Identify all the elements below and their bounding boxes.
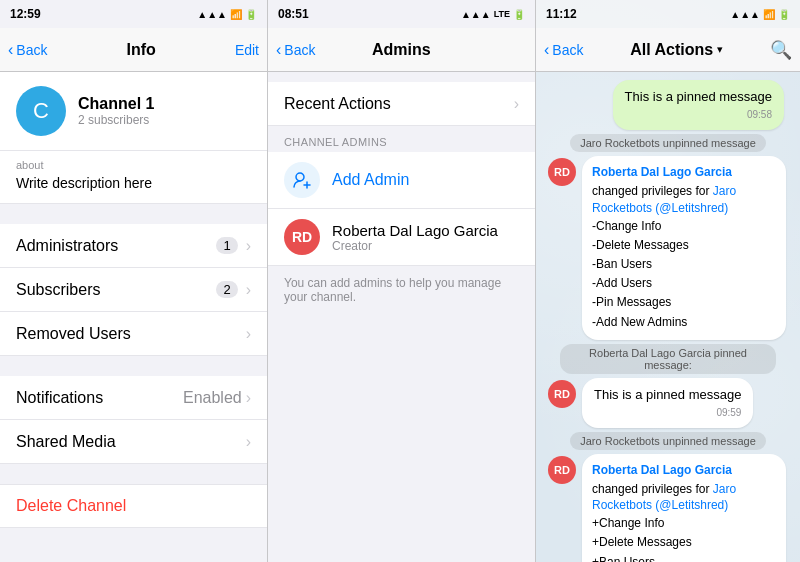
- administrators-value: 1 ›: [216, 237, 251, 255]
- back-button-1[interactable]: ‹ Back: [8, 41, 47, 59]
- action-bubble-2: Roberta Dal Lago Garcia changed privileg…: [582, 454, 786, 562]
- admin-avatar: RD: [284, 219, 320, 255]
- channel-avatar: C: [16, 86, 66, 136]
- shared-media-row[interactable]: Shared Media ›: [0, 420, 267, 464]
- shared-media-chevron: ›: [246, 433, 251, 451]
- recent-actions-row[interactable]: Recent Actions ›: [268, 82, 535, 126]
- lte-icon-2: LTE: [494, 9, 510, 19]
- nav-title-2: Admins: [372, 41, 431, 59]
- back-button-3[interactable]: ‹ Back: [544, 41, 583, 59]
- time-1: 12:59: [10, 7, 41, 21]
- battery-icon-3: 🔋: [778, 9, 790, 20]
- action-bubble-1: Roberta Dal Lago Garcia changed privileg…: [582, 156, 786, 340]
- status-bar-1: 12:59 ▲▲▲ 📶 🔋: [0, 0, 267, 28]
- panel-admins: 08:51 ▲▲▲ LTE 🔋 ‹ Back Admins Recent Act…: [268, 0, 536, 562]
- action-avatar-2: RD: [548, 456, 576, 484]
- action-sender-1: Roberta Dal Lago Garcia: [592, 164, 776, 181]
- action-msg-1: RD Roberta Dal Lago Garcia changed privi…: [548, 156, 788, 340]
- removed-users-label: Removed Users: [16, 325, 131, 343]
- delete-channel-label: Delete Channel: [16, 497, 126, 515]
- channel-header: C Channel 1 2 subscribers: [0, 72, 267, 151]
- shared-media-value: ›: [246, 433, 251, 451]
- about-description: Write description here: [0, 175, 267, 204]
- signal-icon-3: ▲▲▲: [730, 9, 760, 20]
- add-admin-label: Add Admin: [332, 171, 409, 189]
- dropdown-arrow: ▾: [717, 43, 723, 56]
- notifications-status: Enabled: [183, 389, 242, 407]
- pinned-text: This is a pinned message: [594, 387, 741, 402]
- subscribers-row[interactable]: Subscribers 2 ›: [0, 268, 267, 312]
- add-admin-row[interactable]: Add Admin: [268, 152, 535, 209]
- search-icon-3[interactable]: 🔍: [770, 39, 792, 61]
- notifications-label: Notifications: [16, 389, 103, 407]
- status-icons-2: ▲▲▲ LTE 🔋: [461, 9, 525, 20]
- notifications-value: Enabled ›: [183, 389, 251, 407]
- action-msg-2: RD Roberta Dal Lago Garcia changed privi…: [548, 454, 788, 562]
- admin-row[interactable]: RD Roberta Dal Lago Garcia Creator: [268, 209, 535, 266]
- back-label-2: Back: [284, 42, 315, 58]
- wifi-icon-3: 📶: [763, 9, 775, 20]
- divider-3: [0, 464, 267, 484]
- action-avatar-1: RD: [548, 158, 576, 186]
- svg-point-0: [296, 173, 304, 181]
- back-label-1: Back: [16, 42, 47, 58]
- msg-1-time: 09:58: [625, 108, 772, 122]
- action-text-1: changed privileges for Jaro Rocketbots (…: [592, 183, 776, 217]
- administrators-row[interactable]: Administrators 1 ›: [0, 224, 267, 268]
- recent-actions-chevron: ›: [514, 95, 519, 113]
- removed-users-row[interactable]: Removed Users ›: [0, 312, 267, 356]
- battery-icon-2: 🔋: [513, 9, 525, 20]
- help-text: You can add admins to help you manage yo…: [268, 266, 535, 314]
- nav-title-1: Info: [127, 41, 156, 59]
- pinned-notification: Roberta Dal Lago Garcia pinned message:: [560, 344, 776, 374]
- back-chevron-1: ‹: [8, 41, 13, 59]
- nav-bar-1: ‹ Back Info Edit: [0, 28, 267, 72]
- removed-users-value: ›: [246, 325, 251, 343]
- back-chevron-2: ‹: [276, 41, 281, 59]
- panel-all-actions: 11:12 ▲▲▲ 📶 🔋 ‹ Back All Actions ▾ 🔍 Thi…: [536, 0, 800, 562]
- time-3: 11:12: [546, 7, 577, 21]
- back-button-2[interactable]: ‹ Back: [276, 41, 315, 59]
- back-label-3: Back: [552, 42, 583, 58]
- subscribers-chevron: ›: [246, 281, 251, 299]
- channel-name: Channel 1: [78, 95, 154, 113]
- status-icons-3: ▲▲▲ 📶 🔋: [730, 9, 790, 20]
- pinned-bubble: This is a pinned message 09:59: [582, 378, 753, 428]
- nav-bar-3: ‹ Back All Actions ▾ 🔍: [536, 28, 800, 72]
- msg-1-text: This is a pinned message: [625, 89, 772, 104]
- nav-title-3: All Actions: [630, 41, 713, 59]
- nav-bar-2: ‹ Back Admins: [268, 28, 535, 72]
- signal-icon-1: ▲▲▲: [197, 9, 227, 20]
- action-sender-2: Roberta Dal Lago Garcia: [592, 462, 776, 479]
- divider-2: [0, 356, 267, 376]
- channel-info: Channel 1 2 subscribers: [78, 95, 154, 127]
- subscribers-value: 2 ›: [216, 281, 251, 299]
- delete-channel-row[interactable]: Delete Channel: [0, 484, 267, 528]
- about-label: about: [0, 151, 267, 175]
- chat-area[interactable]: This is a pinned message 09:58 Jaro Rock…: [536, 72, 800, 562]
- status-icons-1: ▲▲▲ 📶 🔋: [197, 9, 257, 20]
- system-msg-2: Jaro Rocketbots unpinned message: [570, 432, 766, 450]
- action-link-2: Jaro Rocketbots (@Letitshred): [592, 482, 736, 513]
- administrators-chevron: ›: [246, 237, 251, 255]
- admin-role: Creator: [332, 239, 498, 253]
- time-2: 08:51: [278, 7, 309, 21]
- panel-info: 12:59 ▲▲▲ 📶 🔋 ‹ Back Info Edit C Channel…: [0, 0, 268, 562]
- action-list-1: -Change Info -Delete Messages -Ban Users…: [592, 217, 776, 332]
- nav-title-area-3[interactable]: All Actions ▾: [630, 41, 723, 59]
- status-bar-2: 08:51 ▲▲▲ LTE 🔋: [268, 0, 535, 28]
- pinned-avatar: RD: [548, 380, 576, 408]
- system-msg-1: Jaro Rocketbots unpinned message: [570, 134, 766, 152]
- wifi-icon-1: 📶: [230, 9, 242, 20]
- notifications-row[interactable]: Notifications Enabled ›: [0, 376, 267, 420]
- admin-info: Roberta Dal Lago Garcia Creator: [332, 222, 498, 253]
- edit-button-1[interactable]: Edit: [235, 42, 259, 58]
- administrators-label: Administrators: [16, 237, 118, 255]
- divider-1: [0, 204, 267, 224]
- signal-icon-2: ▲▲▲: [461, 9, 491, 20]
- message-1: This is a pinned message 09:58: [613, 80, 784, 130]
- administrators-badge: 1: [216, 237, 237, 254]
- pinned-time: 09:59: [594, 406, 741, 420]
- notifications-chevron: ›: [246, 389, 251, 407]
- add-admin-icon: [284, 162, 320, 198]
